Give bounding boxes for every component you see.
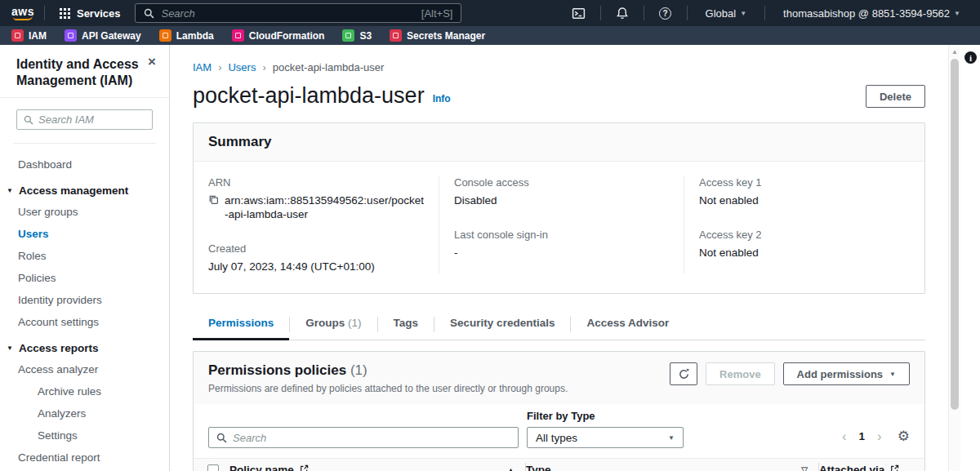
sidebar-section-access-management[interactable]: ▼ Access management (0, 179, 169, 201)
tab-access-advisor[interactable]: Access Advisor (571, 310, 684, 340)
secrets-manager-service-icon (390, 29, 402, 42)
previous-page-icon[interactable]: ‹ (842, 430, 847, 443)
type-filter-value: All types (536, 432, 577, 444)
chevron-down-icon: ▼ (7, 187, 13, 194)
search-icon (144, 8, 154, 19)
access-key1-label: Access key 1 (699, 176, 910, 189)
nav-divider (687, 6, 688, 20)
sidebar-item-user-groups[interactable]: User groups (0, 202, 169, 222)
favorite-cloudformation[interactable]: CloudFormation (232, 29, 325, 42)
breadcrumb-current: pocket-api-lambda-user (273, 61, 385, 73)
scroll-up-arrow-icon[interactable]: ▲ (949, 45, 960, 56)
vertical-scrollbar[interactable]: ▲ (948, 45, 960, 471)
sidebar-item-policies[interactable]: Policies (0, 269, 169, 288)
favorite-secrets-manager[interactable]: Secrets Manager (390, 29, 485, 42)
global-search-bar[interactable]: [Alt+S] (135, 3, 461, 23)
nav-divider (764, 6, 765, 20)
select-all-checkbox[interactable] (207, 464, 219, 471)
column-filter-icon[interactable]: ▽ (801, 465, 808, 471)
sidebar-item-roles[interactable]: Roles (0, 247, 169, 266)
favorite-iam[interactable]: IAM (11, 29, 47, 42)
nav-divider (600, 6, 601, 20)
tab-groups[interactable]: Groups (1) (290, 310, 376, 340)
current-page-number[interactable]: 1 (859, 430, 866, 442)
permissions-description: Permissions are defined by policies atta… (208, 383, 568, 394)
favorite-api-gateway[interactable]: API Gateway (65, 29, 141, 42)
created-label: Created (208, 242, 424, 255)
favorite-label: API Gateway (82, 30, 141, 42)
favorite-label: CloudFormation (249, 30, 325, 42)
breadcrumb-iam[interactable]: IAM (193, 61, 212, 73)
favorite-s3[interactable]: S3 (342, 29, 372, 42)
copy-icon[interactable] (208, 194, 219, 208)
services-grid-icon (60, 8, 70, 19)
refresh-button[interactable] (670, 362, 697, 385)
external-link-icon[interactable] (300, 464, 309, 471)
tab-permissions[interactable]: Permissions (193, 310, 289, 340)
arn-label: ARN (208, 176, 424, 189)
global-search-input[interactable] (161, 7, 414, 20)
detail-tabs: Permissions Groups (1) Tags Security cre… (193, 310, 925, 340)
sidebar-section-access-reports[interactable]: ▼ Access reports (0, 336, 169, 358)
remove-button[interactable]: Remove (706, 362, 775, 385)
type-filter-select[interactable]: All types ▼ (527, 427, 684, 448)
sort-ascending-icon[interactable]: ▲ (507, 466, 514, 471)
s3-service-icon (342, 29, 354, 42)
sidebar-item-settings[interactable]: Settings (0, 426, 169, 446)
sidebar-search-box[interactable] (16, 109, 153, 130)
permissions-policies-title: Permissions policies (1) (208, 362, 568, 379)
column-type: Type (526, 464, 551, 471)
info-link[interactable]: Info (433, 93, 451, 104)
help-icon[interactable]: ? (654, 7, 677, 20)
sidebar-item-users[interactable]: Users (0, 224, 169, 244)
page-header: pocket-api-lambda-user Info Delete (193, 83, 925, 108)
scrollbar-thumb[interactable] (951, 59, 959, 410)
api-gateway-service-icon (65, 29, 77, 42)
tab-security-credentials[interactable]: Security credentials (434, 310, 570, 340)
account-menu[interactable]: thomasabishop @ 8851-3594-9562 ▼ (775, 7, 969, 20)
chevron-right-icon: › (262, 61, 265, 73)
favorite-lambda[interactable]: Lambda (159, 29, 214, 42)
chevron-down-icon: ▼ (7, 344, 13, 352)
main-content: IAM › Users › pocket-api-lambda-user poc… (170, 45, 980, 471)
cloudformation-service-icon (232, 29, 244, 42)
favorite-label: IAM (29, 30, 47, 42)
last-signin-value: - (454, 246, 669, 260)
region-selector[interactable]: Global ▼ (697, 7, 755, 20)
policies-table: Policy name ▲ Type (194, 458, 924, 471)
permissions-policies-card: Permissions policies (1) Permissions are… (193, 351, 925, 471)
next-page-icon[interactable]: › (877, 430, 882, 443)
policy-count: (1) (350, 362, 368, 378)
sidebar-item-archive-rules[interactable]: Archive rules (0, 382, 169, 402)
notifications-bell-icon[interactable] (611, 7, 634, 20)
sidebar-item-access-analyzer[interactable]: Access analyzer (0, 360, 169, 380)
delete-button[interactable]: Delete (866, 85, 925, 108)
tab-tags[interactable]: Tags (378, 310, 434, 340)
sidebar-item-credential-report[interactable]: Credential report (0, 448, 169, 468)
sidebar-item-analyzers[interactable]: Analyzers (0, 404, 169, 424)
cloudshell-icon[interactable] (568, 7, 590, 20)
region-label: Global (706, 7, 737, 20)
sidebar-item-dashboard[interactable]: Dashboard (0, 155, 169, 175)
aws-logo[interactable]: aws (11, 7, 34, 20)
access-key2-value: Not enabled (699, 246, 910, 260)
account-label: thomasabishop @ 8851-3594-9562 (783, 7, 950, 20)
summary-title: Summary (208, 134, 910, 150)
sidebar-item-identity-providers[interactable]: Identity providers (0, 291, 169, 310)
info-panel-icon[interactable]: i (964, 51, 977, 64)
policy-search-input[interactable] (233, 432, 510, 444)
console-access-value: Disabled (454, 193, 669, 207)
table-settings-gear-icon[interactable]: ⚙ (898, 428, 910, 445)
iam-sidebar: Identity and Access Management (IAM) × D… (0, 45, 170, 471)
aws-console-screen: aws Services [Alt+S] ? Global (0, 0, 980, 471)
breadcrumb-users[interactable]: Users (228, 61, 256, 73)
sidebar-search-input[interactable] (38, 113, 145, 126)
external-link-icon[interactable] (890, 464, 899, 471)
favorite-label: Lambda (176, 30, 214, 42)
sidebar-item-account-settings[interactable]: Account settings (0, 313, 169, 332)
services-label: Services (77, 7, 121, 20)
close-icon[interactable]: × (148, 56, 156, 68)
services-menu-button[interactable]: Services (55, 7, 126, 20)
policy-search-box[interactable] (208, 427, 519, 448)
add-permissions-button[interactable]: Add permissions ▼ (783, 362, 910, 385)
